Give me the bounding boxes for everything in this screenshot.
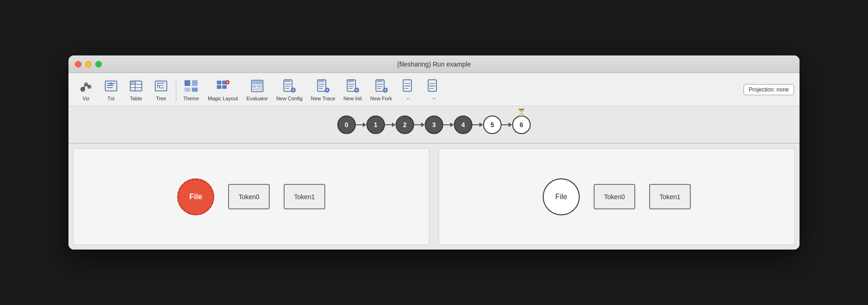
theme-button[interactable]: Theme bbox=[179, 76, 203, 103]
token0-rect-right[interactable]: Token0 bbox=[594, 184, 635, 209]
token0-rect-left[interactable]: Token0 bbox=[228, 184, 270, 209]
new-config-button[interactable]: New Config bbox=[273, 76, 306, 103]
maximize-button[interactable] bbox=[95, 61, 102, 67]
svg-rect-34 bbox=[252, 85, 256, 87]
arrow-5-6 bbox=[502, 122, 512, 127]
svg-rect-46 bbox=[318, 80, 324, 82]
timeline-node-6[interactable]: ⏳ 6 bbox=[512, 116, 531, 134]
new-fork-button[interactable]: New Fork bbox=[366, 76, 396, 103]
magic-layout-button[interactable]: Magic Layout bbox=[204, 76, 242, 103]
traffic-lights bbox=[75, 61, 102, 67]
new-init-icon bbox=[344, 78, 361, 94]
svg-text:A: A bbox=[110, 81, 113, 86]
viz-icon bbox=[78, 78, 94, 94]
arrow-left-label: ← bbox=[406, 96, 411, 101]
arrow-0-1 bbox=[356, 122, 366, 127]
arrow-right-label: → bbox=[431, 96, 436, 101]
evaluator-button[interactable]: Evaluator bbox=[242, 76, 271, 103]
svg-rect-69 bbox=[403, 80, 412, 92]
new-trace-button[interactable]: New Trace bbox=[307, 76, 339, 103]
left-panel: File Token0 Token1 bbox=[73, 148, 429, 245]
new-config-icon bbox=[281, 78, 298, 94]
timeline-node-5[interactable]: 5 bbox=[483, 116, 502, 134]
svg-rect-33 bbox=[252, 81, 262, 84]
window-title: (filesharing) Run example bbox=[397, 61, 471, 68]
magic-layout-icon bbox=[215, 78, 231, 94]
arrow-3-4 bbox=[443, 122, 454, 127]
svg-rect-35 bbox=[257, 85, 262, 87]
svg-rect-25 bbox=[217, 80, 221, 84]
svg-rect-24 bbox=[192, 88, 198, 92]
viz-label: Viz bbox=[82, 96, 89, 101]
new-init-button[interactable]: New Init bbox=[340, 76, 366, 103]
timeline-nodes: 0 1 2 3 4 5 bbox=[337, 116, 531, 134]
theme-label: Theme bbox=[183, 96, 199, 101]
right-panel: File Token0 Token1 bbox=[439, 148, 795, 245]
timeline-node-0[interactable]: 0 bbox=[337, 116, 356, 134]
svg-rect-27 bbox=[217, 85, 221, 89]
txt-button[interactable]: A Txt bbox=[99, 76, 123, 103]
new-config-label: New Config bbox=[276, 96, 303, 101]
new-trace-icon bbox=[315, 78, 331, 94]
token1-rect-right[interactable]: Token1 bbox=[649, 184, 691, 209]
main-window: (filesharing) Run example Viz bbox=[68, 55, 800, 250]
token1-rect-left[interactable]: Token1 bbox=[284, 184, 325, 209]
timeline-node-3[interactable]: 3 bbox=[425, 116, 443, 134]
svg-rect-38 bbox=[285, 80, 291, 82]
timeline: 0 1 2 3 4 5 bbox=[68, 106, 800, 143]
evaluator-icon bbox=[249, 78, 266, 94]
arrow-2-3 bbox=[414, 122, 425, 127]
timeline-node-1[interactable]: 1 bbox=[366, 116, 385, 134]
new-fork-label: New Fork bbox=[370, 96, 392, 101]
toolbar: Viz A Txt bbox=[68, 73, 800, 106]
svg-rect-36 bbox=[252, 88, 262, 90]
separator-1 bbox=[176, 78, 176, 101]
svg-rect-14 bbox=[130, 81, 136, 84]
viz-button[interactable]: Viz bbox=[74, 76, 98, 103]
file-circle-outline[interactable]: File bbox=[543, 178, 580, 215]
tree-label: Tree bbox=[156, 96, 166, 101]
arrow-right-button[interactable]: → bbox=[422, 76, 446, 103]
magic-layout-label: Magic Layout bbox=[208, 96, 238, 101]
arrow-left-icon bbox=[400, 78, 417, 94]
file-circle-dashed[interactable]: File bbox=[177, 178, 214, 215]
svg-rect-62 bbox=[377, 80, 382, 82]
table-button[interactable]: Table bbox=[124, 76, 148, 103]
table-icon bbox=[128, 78, 144, 94]
close-button[interactable] bbox=[75, 61, 81, 67]
svg-rect-15 bbox=[155, 81, 167, 91]
svg-rect-23 bbox=[185, 88, 190, 92]
svg-rect-54 bbox=[348, 80, 353, 82]
new-trace-label: New Trace bbox=[311, 96, 335, 101]
hourglass-decoration: ⏳ bbox=[517, 108, 526, 117]
theme-icon bbox=[183, 78, 199, 94]
arrow-4-5 bbox=[472, 122, 483, 127]
new-fork-icon bbox=[373, 78, 390, 94]
arrow-right-icon bbox=[425, 78, 442, 94]
svg-rect-28 bbox=[222, 85, 227, 89]
timeline-node-4[interactable]: 4 bbox=[454, 116, 472, 134]
svg-rect-22 bbox=[192, 80, 198, 86]
svg-point-0 bbox=[81, 87, 86, 92]
projection-badge[interactable]: Projection: none bbox=[744, 84, 794, 95]
svg-rect-21 bbox=[185, 80, 190, 86]
titlebar: (filesharing) Run example bbox=[68, 55, 800, 73]
arrow-left-button[interactable]: ← bbox=[397, 76, 421, 103]
main-content: File Token0 Token1 File Token0 Token1 bbox=[68, 143, 800, 250]
tree-icon bbox=[153, 78, 169, 94]
arrow-1-2 bbox=[385, 122, 396, 127]
tree-button[interactable]: Tree bbox=[149, 76, 173, 103]
minimize-button[interactable] bbox=[85, 61, 92, 67]
txt-icon: A bbox=[103, 78, 119, 94]
new-init-label: New Init bbox=[343, 96, 362, 101]
svg-rect-73 bbox=[428, 80, 437, 92]
evaluator-label: Evaluator bbox=[246, 96, 267, 101]
timeline-node-2[interactable]: 2 bbox=[396, 116, 414, 134]
txt-label: Txt bbox=[107, 96, 114, 101]
table-label: Table bbox=[130, 96, 142, 101]
